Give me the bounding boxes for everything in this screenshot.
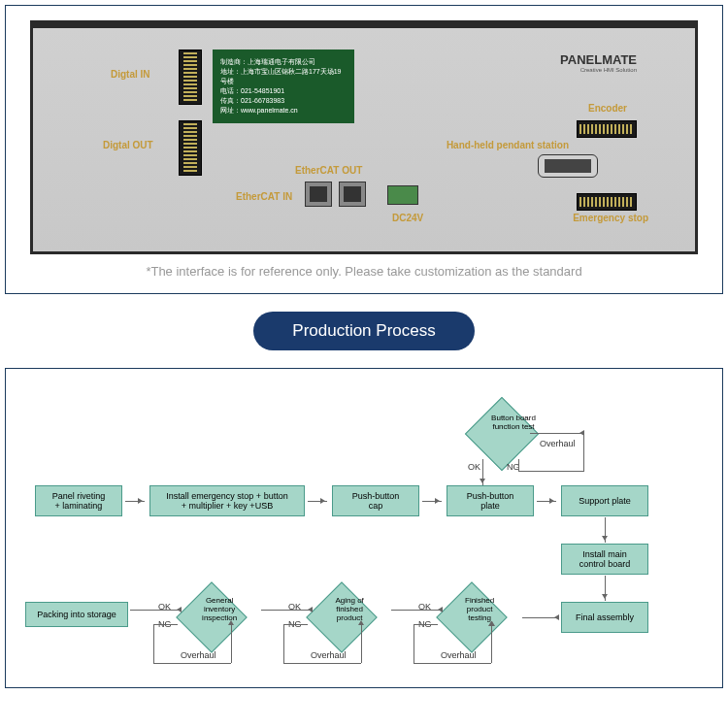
pendant-port (538, 154, 598, 178)
node-6: Install main control board (561, 544, 648, 575)
estop-connector (577, 193, 637, 211)
oh-3: Overhaul (311, 650, 347, 660)
info-line-2: 电话：021-54851901 (220, 86, 347, 96)
reference-note: *The interface is for reference only. Pl… (20, 264, 708, 279)
node-4: Push-button plate (447, 485, 534, 516)
info-line-3: 传真：021-66783983 (220, 96, 347, 106)
diamond-8: Finished product testing (436, 581, 508, 653)
dc24v-terminal (387, 185, 418, 205)
ethercat-out-port (339, 182, 366, 207)
info-line-1: 地址：上海市宝山区锦秋二路177天场19号楼 (220, 67, 347, 86)
digital-out-label: Digtal OUT (103, 140, 153, 150)
section-title: Production Process (253, 312, 474, 350)
ethercat-in-port (305, 182, 332, 207)
info-line-4: 网址：www.panelmate.cn (220, 106, 347, 116)
arr-oh-1 (530, 433, 583, 434)
node-3: Push-button cap (332, 485, 419, 516)
diamond-9: Aging of finished product (306, 581, 378, 653)
estop-label: Emergency stop (573, 213, 648, 223)
brand-name: PANELMATE (560, 52, 637, 67)
manufacturer-label: 制造商：上海瑞通电子有限公司 地址：上海市宝山区锦秋二路177天场19号楼 电话… (213, 50, 354, 123)
ok-1: OK (468, 462, 480, 472)
node-2: Install emergency stop + button + multip… (149, 485, 305, 516)
info-line-0: 制造商：上海瑞通电子有限公司 (220, 57, 347, 67)
arr-d1-ok (482, 459, 483, 485)
flowchart: Button board function test OK NG Overhau… (5, 368, 723, 688)
node-1: Panel riveting + laminating (35, 485, 122, 516)
oh-1: Overhaul (540, 439, 576, 448)
diamond-button-test: Button board function test (465, 397, 539, 471)
digital-in-connector (179, 50, 202, 105)
digital-out-connector (179, 120, 202, 176)
oh-2: Overhaul (441, 650, 477, 660)
diamond-10: General inventory inspection (176, 581, 248, 653)
dc24v-label: DC24V (392, 213, 423, 223)
node-7: Final assembly (561, 602, 648, 633)
brand-sub: Creative HMI Solution (580, 67, 637, 73)
ethercat-in-label: EtherCAT IN (236, 191, 292, 202)
digital-in-label: Digtal IN (111, 69, 150, 80)
oh-4: Overhaul (181, 650, 216, 660)
interface-panel-section: Digtal IN Digtal OUT 制造商：上海瑞通电子有限公司 地址：上… (5, 5, 723, 294)
node-5: Support plate (561, 485, 648, 516)
encoder-label: Encoder (588, 103, 627, 114)
device-back-panel: Digtal IN Digtal OUT 制造商：上海瑞通电子有限公司 地址：上… (30, 20, 698, 254)
encoder-connector (577, 120, 637, 138)
node-11: Packing into storage (25, 602, 128, 627)
ethercat-out-label: EtherCAT OUT (295, 165, 362, 176)
pendant-label: Hand-held pendant station (447, 140, 569, 150)
